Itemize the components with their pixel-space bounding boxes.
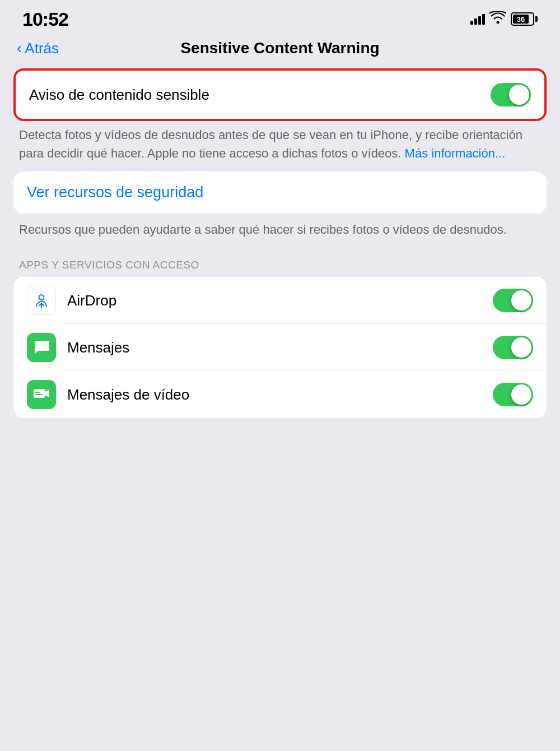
- airdrop-row[interactable]: AirDrop: [13, 277, 547, 324]
- svg-rect-3: [35, 394, 42, 395]
- svg-rect-2: [35, 392, 40, 393]
- sensitive-content-label: Aviso de contenido sensible: [29, 86, 209, 104]
- mensajes-video-toggle-knob: [511, 384, 531, 405]
- description-area: Detecta fotos y vídeos de desnudos antes…: [13, 121, 547, 171]
- mensajes-video-label: Mensajes de vídeo: [67, 386, 493, 404]
- page-title: Sensitive Content Warning: [180, 39, 379, 57]
- mensajes-toggle[interactable]: [493, 336, 533, 359]
- mensajes-video-icon: [27, 380, 56, 409]
- back-label: Atrás: [25, 40, 59, 57]
- sensitive-content-toggle-row[interactable]: Aviso de contenido sensible: [16, 71, 544, 119]
- status-icons: 36: [470, 11, 538, 27]
- battery-icon: 36: [511, 12, 538, 26]
- airdrop-toggle[interactable]: [493, 289, 533, 312]
- main-content: Aviso de contenido sensible Detecta foto…: [0, 68, 560, 418]
- airdrop-label: AirDrop: [67, 292, 493, 309]
- apps-card: AirDrop Mensajes: [13, 277, 547, 418]
- back-button[interactable]: ‹ Atrás: [17, 39, 59, 57]
- svg-point-0: [39, 295, 44, 300]
- sensitive-content-highlight-box: Aviso de contenido sensible: [13, 68, 547, 121]
- mensajes-row[interactable]: Mensajes: [13, 324, 547, 371]
- airdrop-toggle-knob: [511, 290, 531, 310]
- security-description: Recursos que pueden ayudarte a saber qué…: [13, 220, 547, 248]
- status-time: 10:52: [22, 8, 68, 30]
- mensajes-label: Mensajes: [67, 339, 493, 356]
- toggle-knob: [509, 85, 529, 105]
- apps-section-header: APPS Y SERVICIOS CON ACCESO: [13, 248, 547, 277]
- mensajes-video-row[interactable]: Mensajes de vídeo: [13, 371, 547, 418]
- mensajes-video-toggle[interactable]: [493, 383, 533, 406]
- wifi-icon: [489, 11, 506, 27]
- svg-rect-1: [34, 389, 45, 398]
- nav-header: ‹ Atrás Sensitive Content Warning: [0, 34, 560, 68]
- status-bar: 10:52 36: [0, 0, 560, 34]
- more-info-link[interactable]: Más información...: [405, 146, 506, 160]
- security-resources-card: Ver recursos de seguridad: [13, 171, 547, 214]
- security-resources-link[interactable]: Ver recursos de seguridad: [13, 171, 547, 214]
- mensajes-icon: [27, 333, 56, 362]
- back-chevron-icon: ‹: [17, 39, 22, 57]
- signal-bars-icon: [470, 14, 485, 25]
- mensajes-toggle-knob: [511, 337, 531, 358]
- description-text: Detecta fotos y vídeos de desnudos antes…: [19, 126, 541, 163]
- airdrop-icon: [27, 286, 56, 315]
- sensitive-content-toggle[interactable]: [491, 83, 531, 106]
